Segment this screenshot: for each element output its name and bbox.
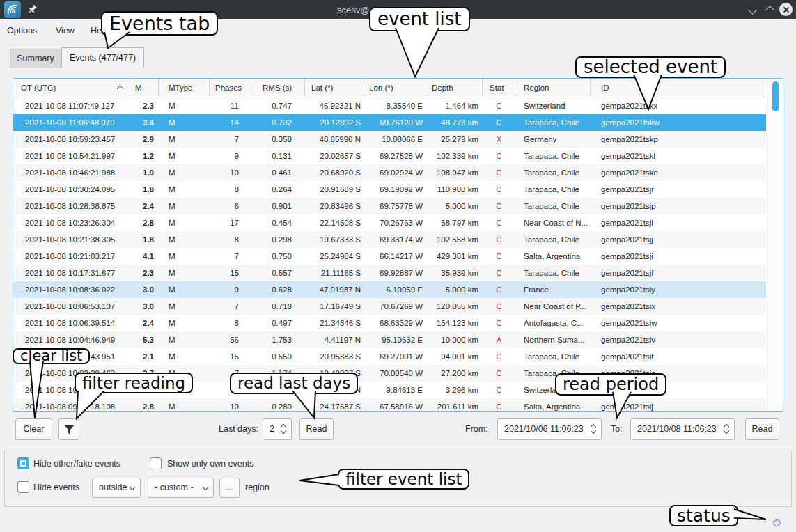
- column-header-rms[interactable]: RMS (s): [256, 79, 305, 97]
- cell-status: C: [483, 281, 515, 298]
- cell-rms: 0.264: [256, 181, 305, 198]
- event-row[interactable]: 2021-10-08 10:59:23.457 2.9 M 7 0.358 48…: [13, 131, 766, 148]
- event-row[interactable]: 2021-10-08 10:17:31.677 2.3 M 15 0.557 2…: [13, 265, 766, 281]
- cell-region: Tarapaca, Chile: [515, 181, 591, 198]
- cell-status: C: [483, 248, 515, 265]
- column-header-lat[interactable]: Lat (°): [305, 79, 364, 97]
- cell-depth: 5.000 km: [426, 198, 483, 214]
- from-datetime[interactable]: 2021/10/06 11:06:23: [497, 418, 602, 440]
- cell-lat: 21.11165 S: [305, 265, 364, 281]
- cell-status: C: [483, 315, 515, 331]
- spin-arrows-icon[interactable]: [724, 425, 728, 433]
- cell-rms: 0.750: [256, 248, 305, 265]
- scrollbar-handle[interactable]: [772, 81, 779, 111]
- cell-lat: 20.83496 S: [305, 198, 364, 214]
- more-region-button[interactable]: ...: [219, 478, 240, 498]
- cell-depth: 120.055 km: [426, 298, 483, 315]
- tab-events[interactable]: Events (477/477): [61, 47, 144, 68]
- cell-region: Salta, Argentina: [515, 248, 591, 265]
- cell-magnitude: 2.9: [130, 131, 159, 148]
- event-row[interactable]: 2021-10-08 10:04:46.949 5.3 M 56 1.753 4…: [13, 331, 766, 348]
- clear-button[interactable]: Clear: [15, 418, 52, 440]
- event-row[interactable]: 2021-10-08 10:03:43.951 2.1 M 15 0.550 2…: [13, 348, 766, 365]
- vertical-scrollbar[interactable]: [767, 79, 783, 411]
- hide-other-fake-checkbox[interactable]: [17, 457, 29, 469]
- cell-mtype: M: [159, 315, 210, 331]
- cell-status: C: [483, 97, 515, 114]
- event-row[interactable]: 2021-10-08 10:23:26.304 2.8 M 17 0.454 2…: [13, 214, 766, 231]
- read-period-button[interactable]: Read: [745, 418, 779, 440]
- cell-phases: 14: [210, 114, 256, 131]
- menu-options[interactable]: Options: [7, 26, 37, 36]
- cell-lon: 69.76120 W: [364, 114, 426, 131]
- event-row[interactable]: 2021-10-08 11:06:48.070 3.4 M 14 0.732 2…: [13, 114, 766, 131]
- column-header-phases[interactable]: Phases: [210, 79, 256, 97]
- cell-magnitude: 4.1: [130, 248, 159, 265]
- cell-status: C: [483, 365, 515, 382]
- cell-lon: 69.92887 W: [364, 265, 426, 281]
- cell-rms: 0.358: [256, 131, 305, 148]
- cell-phases: 56: [210, 331, 256, 348]
- event-row[interactable]: 2021-10-08 10:08:36.022 3.0 M 9 0.628 47…: [13, 281, 766, 298]
- cell-ot: 2021-10-08 10:17:31.677: [13, 265, 130, 281]
- pin-icon[interactable]: [26, 4, 38, 15]
- read-last-days-button[interactable]: Read: [299, 418, 334, 440]
- column-header-lon[interactable]: Lon (°): [364, 79, 426, 97]
- region-combobox[interactable]: - custom -: [148, 478, 214, 498]
- minimize-button[interactable]: [749, 7, 756, 13]
- menu-view[interactable]: View: [56, 26, 75, 36]
- show-only-own-checkbox[interactable]: [150, 457, 162, 469]
- event-row[interactable]: 2021-10-08 10:54:21.997 1.2 M 9 0.131 20…: [13, 148, 766, 164]
- column-header-depth[interactable]: Depth: [426, 79, 483, 97]
- cell-lon: 6.10959 E: [364, 281, 426, 298]
- cell-region: Antofagasta, C...: [515, 315, 591, 331]
- tab-summary[interactable]: Summary: [10, 49, 61, 68]
- event-row[interactable]: 2021-10-08 10:06:39.514 2.4 M 8 0.497 21…: [13, 315, 766, 331]
- event-row[interactable]: 2021-10-08 10:21:03.217 4.1 M 7 0.750 25…: [13, 248, 766, 265]
- to-value: 2021/10/08 11:06:23: [637, 424, 717, 434]
- cell-id: gempa2021tskp: [591, 131, 766, 148]
- maximize-button[interactable]: [767, 7, 773, 13]
- funnel-icon: [63, 425, 75, 437]
- window-title: scesv@s: [337, 5, 374, 15]
- scope-combobox[interactable]: outside: [92, 478, 141, 498]
- column-header-stat[interactable]: Stat: [483, 79, 515, 97]
- event-row[interactable]: 2021-10-08 10:30:24.095 1.8 M 8 0.264 20…: [13, 181, 766, 198]
- cell-magnitude: 1.8: [130, 231, 159, 248]
- to-datetime[interactable]: 2021/10/08 11:06:23: [630, 418, 735, 440]
- filter-reading-button[interactable]: [58, 418, 79, 440]
- event-row[interactable]: 2021-10-08 11:07:49.127 2.3 M 11 0.747 4…: [13, 97, 766, 114]
- spin-arrows-icon[interactable]: [281, 425, 286, 433]
- cell-rms: 1.753: [256, 331, 305, 348]
- cell-region: Tarapaca, Chile: [515, 265, 591, 281]
- column-header-m[interactable]: M: [130, 79, 159, 97]
- cell-phases: 7: [210, 298, 256, 315]
- cell-ot: 2021-10-08 10:08:36.022: [13, 281, 130, 298]
- event-row[interactable]: 2021-10-08 10:06:53.107 3.0 M 7 0.718 17…: [13, 298, 766, 315]
- cell-region: Tarapaca, Chile: [515, 231, 591, 248]
- cell-id: gempa2021tsiy: [591, 281, 766, 298]
- last-days-spinbox[interactable]: 2: [263, 418, 292, 440]
- hide-events-checkbox[interactable]: [17, 481, 29, 493]
- spin-arrows-icon[interactable]: [591, 425, 595, 433]
- column-header-region[interactable]: Region: [515, 79, 591, 97]
- event-row[interactable]: 2021-10-08 10:21:38.305 1.8 M 8 0.298 19…: [13, 231, 766, 248]
- event-row[interactable]: 2021-10-08 10:28:38.875 2.4 M 6 0.901 20…: [13, 198, 766, 214]
- cell-status: C: [483, 164, 515, 181]
- cell-status: C: [483, 398, 515, 412]
- cell-lat: 20.12892 S: [305, 114, 364, 131]
- close-button[interactable]: [779, 3, 793, 16]
- column-header-ot[interactable]: OT (UTC): [13, 79, 130, 97]
- cell-lon: 69.75778 W: [364, 198, 426, 214]
- event-row[interactable]: 2021-10-08 09:51:18.108 2.8 M 10 0.280 2…: [13, 398, 766, 412]
- event-row[interactable]: 2021-10-08 10:46:21.988 1.9 M 10 0.461 2…: [13, 164, 766, 181]
- cell-lat: 21.34846 S: [305, 315, 364, 331]
- column-header-mtype[interactable]: MType: [159, 79, 210, 97]
- cell-lon: 10.08066 E: [364, 131, 426, 148]
- cell-depth: 108.947 km: [426, 164, 483, 181]
- cell-rms: 0.557: [256, 265, 305, 281]
- cell-ot: 2021-10-08 10:54:21.997: [13, 148, 130, 164]
- cell-region: Near Coast of N...: [515, 214, 591, 231]
- column-header-id[interactable]: ID: [591, 79, 766, 97]
- sort-asc-icon: [117, 86, 124, 93]
